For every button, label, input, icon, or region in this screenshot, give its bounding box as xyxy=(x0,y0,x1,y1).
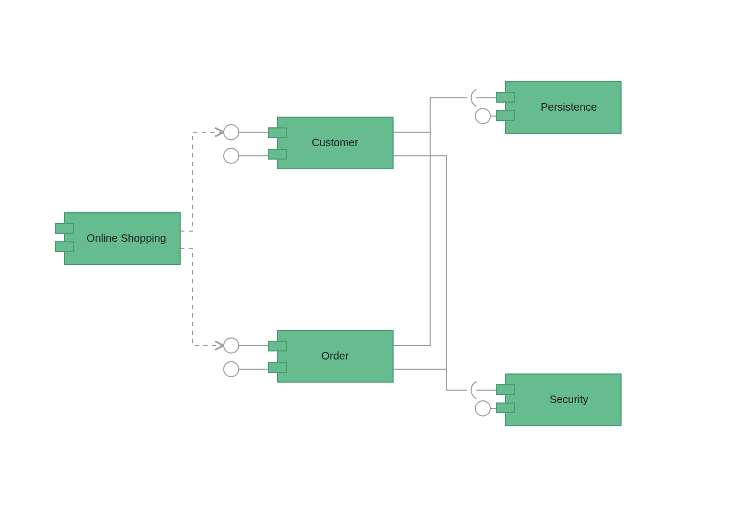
component-persistence[interactable]: Persistence xyxy=(496,82,621,133)
component-label: Persistence xyxy=(541,101,597,113)
persistence-required-socket xyxy=(471,89,476,106)
component-label: Order xyxy=(321,350,348,362)
svg-rect-2 xyxy=(55,242,74,251)
security-required-socket xyxy=(471,382,476,399)
order-provided-ball-2 xyxy=(224,362,239,377)
svg-rect-5 xyxy=(268,149,287,159)
component-online-shopping[interactable]: Online Shopping xyxy=(55,213,180,264)
component-security[interactable]: Security xyxy=(496,374,621,426)
svg-rect-13 xyxy=(496,385,515,394)
component-label: Online Shopping xyxy=(87,232,166,244)
conn-order-persistence xyxy=(393,98,430,346)
security-provided-ball xyxy=(475,401,490,416)
customer-provided-ball-2 xyxy=(224,148,239,163)
component-label: Security xyxy=(550,393,588,405)
component-order[interactable]: Order xyxy=(268,330,393,382)
conn-onlineshopping-order xyxy=(180,248,224,346)
order-provided-ball-1 xyxy=(224,338,239,353)
svg-rect-10 xyxy=(496,92,515,102)
svg-rect-8 xyxy=(268,363,287,372)
conn-order-security xyxy=(393,369,446,390)
svg-rect-14 xyxy=(496,403,515,413)
svg-rect-1 xyxy=(55,224,74,233)
component-label: Customer xyxy=(312,136,359,148)
persistence-provided-ball xyxy=(475,109,490,124)
svg-rect-4 xyxy=(268,128,287,138)
component-customer[interactable]: Customer xyxy=(268,117,393,169)
customer-provided-ball-1 xyxy=(224,125,239,140)
svg-rect-7 xyxy=(268,341,287,351)
svg-rect-11 xyxy=(496,111,515,120)
uml-component-diagram: Online Shopping Customer Order Persisten… xyxy=(0,0,756,532)
conn-onlineshopping-customer xyxy=(180,132,224,231)
